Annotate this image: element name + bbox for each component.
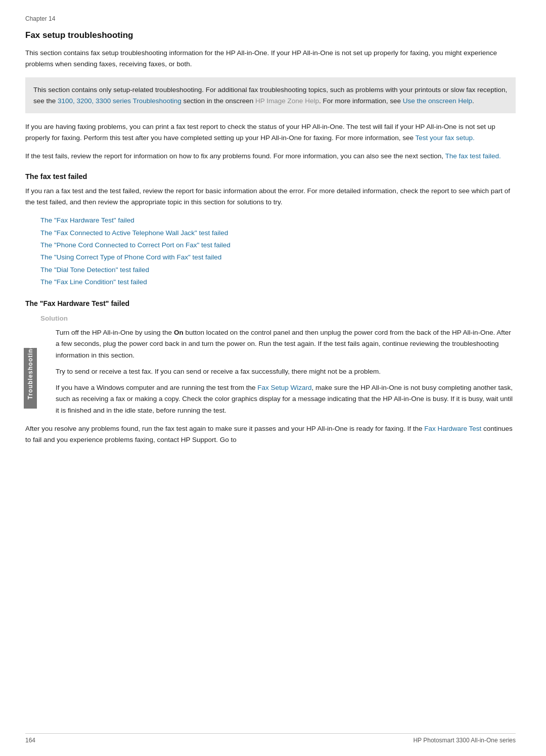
body-para2-text: If the test fails, review the report for… (25, 152, 445, 160)
after-solution-para: After you resolve any problems found, ru… (25, 423, 516, 446)
note-text4: . (472, 97, 474, 105)
side-tab: Troubleshooting (24, 348, 37, 409)
note-link-onscreen[interactable]: Use the onscreen Help (403, 97, 472, 105)
sol-para1-bold: On (174, 329, 184, 336)
subsection2-title: The "Fax Hardware Test" failed (25, 299, 516, 307)
footer-product-name: HP Photosmart 3300 All-in-One series (413, 737, 516, 744)
solution-para-2: Try to send or receive a test fax. If yo… (56, 366, 516, 377)
subsection1-intro: If you ran a fax test and the test faile… (25, 186, 516, 207)
subsection1-title: The fax test failed (25, 172, 516, 181)
body-para2-link[interactable]: The fax test failed. (445, 152, 500, 160)
body-para-2: If the test fails, review the report for… (25, 151, 516, 162)
page-container: Troubleshooting Chapter 14 Fax setup tro… (0, 0, 546, 756)
note-box: This section contains only setup-related… (25, 77, 516, 113)
sol-para3-text1: If you have a Windows computer and are r… (56, 384, 257, 391)
intro-paragraph: This section contains fax setup troubles… (25, 48, 516, 69)
sol-para2-text: Try to send or receive a test fax. If yo… (56, 368, 381, 375)
note-text3: . For more information, see (319, 97, 403, 105)
solution-para-1: Turn off the HP All-in-One by using the … (56, 327, 516, 361)
intro-text: This section contains fax setup troubles… (25, 49, 497, 68)
after-sol-link[interactable]: Fax Hardware Test (424, 425, 481, 432)
link-list-item-3[interactable]: The "Phone Cord Connected to Correct Por… (40, 239, 516, 251)
link-list: The "Fax Hardware Test" failed The "Fax … (40, 214, 516, 288)
main-content: Chapter 14 Fax setup troubleshooting Thi… (25, 0, 516, 471)
footer-page-number: 164 (25, 737, 35, 744)
link-list-item-5[interactable]: The "Dial Tone Detection" test failed (40, 264, 516, 276)
body-para-1: If you are having faxing problems, you c… (25, 121, 516, 143)
link-list-item-1[interactable]: The "Fax Hardware Test" failed (40, 214, 516, 227)
note-text2: section in the onscreen (181, 97, 255, 105)
solution-para-3: If you have a Windows computer and are r… (56, 382, 516, 416)
sol-para1-text1: Turn off the HP All-in-One by using the (56, 329, 174, 336)
section-title: Fax setup troubleshooting (25, 30, 516, 40)
side-tab-label: Troubleshooting (27, 344, 34, 399)
note-link-imagezone[interactable]: HP Image Zone Help (255, 97, 319, 105)
solution-content: Turn off the HP All-in-One by using the … (56, 327, 516, 416)
note-link-troubleshooting[interactable]: 3100, 3200, 3300 series Troubleshooting (58, 97, 181, 105)
link-list-item-6[interactable]: The "Fax Line Condition" test failed (40, 276, 516, 288)
body-para1-link[interactable]: Test your fax setup. (416, 134, 475, 142)
link-list-item-4[interactable]: The "Using Correct Type of Phone Cord wi… (40, 251, 516, 263)
solution-label: Solution (40, 315, 516, 322)
chapter-label: Chapter 14 (25, 15, 516, 22)
page-footer: 164 HP Photosmart 3300 All-in-One series (25, 733, 516, 744)
link-list-item-2[interactable]: The "Fax Connected to Active Telephone W… (40, 227, 516, 239)
sol-para3-link[interactable]: Fax Setup Wizard (257, 384, 311, 391)
after-sol-text1: After you resolve any problems found, ru… (25, 425, 424, 432)
